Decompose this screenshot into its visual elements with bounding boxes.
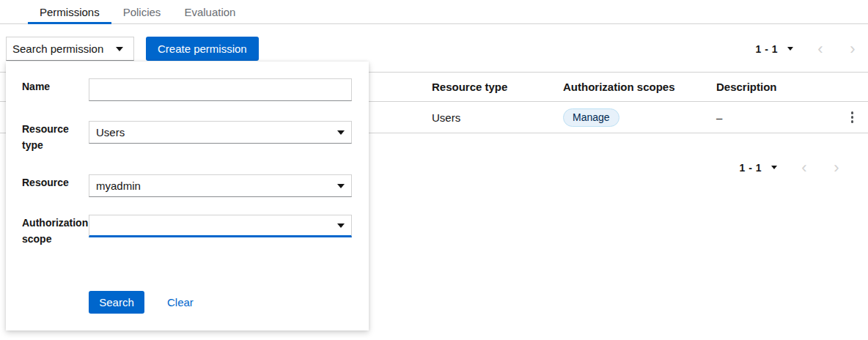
pagination-next-button[interactable]: › bbox=[847, 42, 858, 56]
search-button[interactable]: Search bbox=[89, 291, 144, 314]
pagination-prev-button[interactable]: ‹ bbox=[815, 42, 825, 56]
cell-authorization-scopes: Manage bbox=[563, 108, 716, 127]
chevron-down-icon bbox=[337, 223, 345, 228]
chevron-down-icon bbox=[337, 184, 345, 188]
header-description: Description bbox=[716, 81, 836, 93]
panel-actions: Search Clear bbox=[89, 291, 194, 314]
header-authorization-scopes: Authorization scopes bbox=[563, 81, 716, 93]
pagination-bottom: 1 - 1 ‹ › bbox=[739, 160, 842, 175]
authorization-scope-field-wrap bbox=[89, 215, 352, 237]
pagination-top: 1 - 1 ‹ › bbox=[755, 42, 858, 56]
resource-field-wrap: myadmin bbox=[89, 174, 352, 197]
resource-type-field-wrap: Users bbox=[89, 121, 352, 144]
cell-resource-type: Users bbox=[432, 111, 563, 124]
name-label: Name bbox=[22, 74, 89, 95]
create-permission-button[interactable]: Create permission bbox=[146, 37, 259, 61]
tab-policies[interactable]: Policies bbox=[111, 0, 173, 23]
resource-select-value: myadmin bbox=[96, 180, 141, 192]
chevron-down-icon bbox=[337, 130, 345, 135]
tab-permissions[interactable]: Permissions bbox=[28, 0, 111, 23]
cell-description: – bbox=[716, 111, 836, 124]
toolbar: Search permission Create permission 1 - … bbox=[0, 37, 868, 61]
search-permission-panel: Name Resource type Users Resource myadmi… bbox=[6, 62, 369, 330]
pagination-next-button[interactable]: › bbox=[831, 160, 842, 175]
authorization-scope-label: Authorization scope bbox=[22, 210, 89, 247]
resource-type-select[interactable]: Users bbox=[89, 121, 352, 144]
pagination-options-toggle-icon[interactable] bbox=[771, 166, 777, 169]
search-permission-dropdown-toggle[interactable]: Search permission bbox=[6, 37, 134, 61]
search-permission-dropdown-label: Search permission bbox=[12, 42, 103, 55]
tab-policies-label: Policies bbox=[123, 6, 161, 18]
scope-badge: Manage bbox=[563, 108, 619, 127]
name-field-wrap bbox=[89, 78, 352, 101]
kebab-menu-button[interactable] bbox=[847, 107, 858, 128]
tab-evaluation[interactable]: Evaluation bbox=[172, 0, 247, 23]
name-input[interactable] bbox=[89, 78, 352, 101]
resource-label: Resource bbox=[22, 170, 89, 191]
header-resource-type: Resource type bbox=[432, 81, 563, 93]
resource-type-label: Resource type bbox=[22, 117, 89, 153]
pagination-range: 1 - 1 bbox=[739, 162, 762, 174]
tab-bar: Permissions Policies Evaluation bbox=[0, 0, 868, 24]
tab-permissions-label: Permissions bbox=[40, 6, 100, 18]
pagination-prev-button[interactable]: ‹ bbox=[799, 160, 809, 175]
pagination-range: 1 - 1 bbox=[755, 43, 778, 55]
cell-actions bbox=[836, 107, 868, 128]
resource-select[interactable]: myadmin bbox=[89, 174, 352, 197]
clear-button[interactable]: Clear bbox=[167, 296, 194, 308]
pagination-options-toggle-icon[interactable] bbox=[787, 47, 793, 51]
resource-type-select-value: Users bbox=[96, 126, 125, 138]
authorization-scope-select[interactable] bbox=[89, 215, 352, 237]
tab-evaluation-label: Evaluation bbox=[184, 6, 235, 18]
chevron-down-icon bbox=[116, 47, 123, 51]
